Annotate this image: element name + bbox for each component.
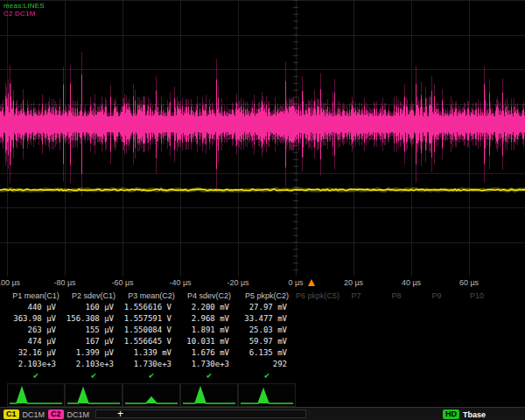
- status-check-icon: ✔: [122, 370, 180, 380]
- channel1-coupling: DC1M: [23, 410, 46, 419]
- measurement-value: 156.308 µV: [65, 314, 122, 323]
- histicon-p4[interactable]: [180, 383, 238, 407]
- measurement-header-p3[interactable]: P3 mean(C2): [122, 291, 180, 300]
- measurement-value: 474 µV: [7, 337, 65, 346]
- status-check-icon: ✔: [65, 370, 122, 380]
- histicon-p3[interactable]: [122, 383, 180, 407]
- time-axis-label: -100 µs: [0, 278, 20, 287]
- measurement-value: 160 µV: [65, 303, 122, 312]
- status-check-icon: ✔: [180, 370, 238, 380]
- hd-mode-chip[interactable]: HD: [443, 410, 459, 419]
- measurement-header-p7[interactable]: P7: [336, 291, 376, 300]
- time-axis-label: 20 µs: [344, 278, 363, 287]
- measurement-header-p6[interactable]: P6 pkpk(C5): [296, 291, 336, 300]
- top-left-annotations: meas:LINES C2 DC1M: [4, 2, 45, 18]
- time-axis-label: 40 µs: [402, 278, 421, 287]
- waveform-display[interactable]: meas:LINES C2 DC1M: [0, 0, 525, 276]
- measurement-value: 292: [238, 360, 296, 368]
- time-axis-label: -60 µs: [111, 278, 133, 287]
- measurement-value: 32.16 µV: [7, 348, 65, 357]
- timebase-label: Tbase: [463, 410, 486, 419]
- time-axis-label: -40 µs: [169, 278, 191, 287]
- measurement-value: 1.891 mV: [180, 326, 238, 334]
- measurement-value: 2.103e+3: [65, 360, 122, 368]
- measurement-value: 1.399 µV: [65, 348, 122, 357]
- acquisition-label: meas:LINES: [4, 2, 45, 10]
- measurement-value: 10.031 mV: [180, 337, 238, 346]
- measurement-header-p5[interactable]: P5 pkpk(C2): [238, 291, 296, 300]
- time-axis-label: -20 µs: [227, 278, 248, 287]
- measurement-value: 2.200 mV: [180, 303, 238, 312]
- measurement-value: 1.730e+3: [122, 360, 180, 368]
- waveform-canvas: [0, 0, 525, 276]
- time-axis-label: -80 µs: [53, 278, 75, 287]
- measurement-table: P1 mean(C1)P2 sdev(C1)P3 mean(C2)P4 sdev…: [0, 290, 525, 381]
- measurement-value: 167 µV: [65, 337, 122, 346]
- trigger-position-icon[interactable]: [308, 279, 315, 286]
- bottom-bar-spacer: [311, 409, 437, 419]
- measurement-value: 2.968 mV: [180, 314, 238, 323]
- histicon-p1[interactable]: [7, 383, 65, 407]
- measurement-value: 27.97 mV: [238, 303, 296, 312]
- measurement-value: 263 µV: [7, 326, 65, 334]
- oscilloscope-screen: meas:LINES C2 DC1M -100 µs-80 µs-60 µs-4…: [0, 0, 525, 420]
- channel2-chip[interactable]: C2: [48, 410, 64, 419]
- channel-descriptors[interactable]: C1 DC1M C2 DC1M 0 mV 10.0 mV: [2, 409, 91, 419]
- measurement-value: 33.477 mV: [238, 314, 296, 323]
- time-axis: -100 µs-80 µs-60 µs-40 µs-20 µs0 µs20 µs…: [0, 276, 525, 290]
- timebase-descriptor[interactable]: HD Tbase 13 Bits 20.0 µs/div: [441, 409, 523, 419]
- measurement-header-p8[interactable]: P8: [376, 291, 416, 300]
- measurement-header-p1[interactable]: P1 mean(C1): [7, 291, 65, 300]
- measurement-value: 25.03 mV: [238, 326, 296, 334]
- measurement-header-p2[interactable]: P2 sdev(C1): [65, 291, 122, 300]
- time-axis-label: 60 µs: [459, 278, 479, 287]
- measurement-value: 1.339 mV: [122, 348, 180, 357]
- measurement-value: 1.730e+3: [180, 360, 238, 368]
- measurement-value: 6.135 mV: [238, 348, 296, 357]
- measurement-value: 1.556616 V: [122, 303, 180, 312]
- channel2-coupling: DC1M: [67, 410, 90, 419]
- measurement-header-p4[interactable]: P4 sdev(C2): [180, 291, 238, 300]
- add-button[interactable]: +: [95, 410, 306, 418]
- channel2-label: C2 DC1M: [4, 10, 45, 18]
- measurement-header-p9[interactable]: P9: [416, 291, 457, 300]
- time-axis-label: 0 µs: [288, 278, 303, 287]
- descriptor-bar: C1 DC1M C2 DC1M 0 mV 10.0 mV + HD Tbase …: [0, 407, 525, 420]
- histicon-p2[interactable]: [65, 383, 122, 407]
- measurement-value: 1.550084 V: [122, 326, 180, 334]
- measurement-value: 1.557591 V: [122, 314, 180, 323]
- measurement-value: 363.98 µV: [7, 314, 65, 323]
- measurement-value: 1.676 mV: [180, 348, 238, 357]
- measurement-value: 1.556645 V: [122, 337, 180, 346]
- measurement-value: 440 µV: [7, 303, 65, 312]
- status-check-icon: ✔: [7, 370, 65, 380]
- measurement-value: 2.103e+3: [7, 360, 65, 368]
- channel1-chip[interactable]: C1: [4, 410, 19, 419]
- status-check-icon: ✔: [238, 370, 296, 380]
- histicons-strip: [0, 381, 525, 407]
- plus-icon: +: [117, 408, 123, 420]
- measurement-value: 155 µV: [65, 326, 122, 334]
- measurement-header-p10[interactable]: P10: [457, 291, 497, 300]
- measurement-value: 59.97 mV: [238, 337, 296, 346]
- histicon-p5[interactable]: [238, 383, 296, 407]
